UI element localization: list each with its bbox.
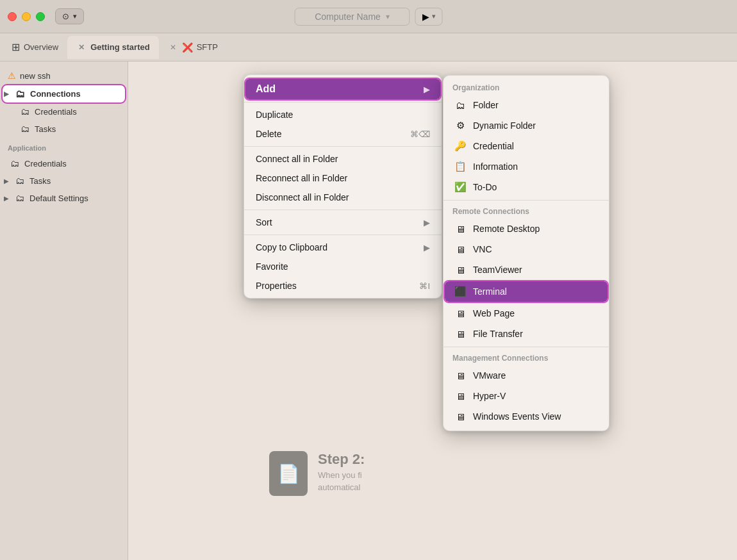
- step2-desc1: When you fi: [318, 470, 365, 480]
- sidebar-item-credentials[interactable]: 🗂 Credentials: [3, 103, 125, 120]
- ctx-favorite[interactable]: Favorite: [245, 257, 440, 276]
- ctx-sort-label: Sort: [256, 217, 272, 227]
- submenu-file-transfer-label: File Transfer: [473, 329, 523, 339]
- submenu-information-label: Information: [473, 161, 518, 172]
- todo-icon: ✅: [454, 181, 467, 194]
- tab-getting-started-label: Getting started: [90, 42, 149, 52]
- submenu-hyperv[interactable]: 🖥 Hyper-V: [445, 386, 608, 406]
- information-icon: 📋: [454, 160, 467, 173]
- new-ssh-label: new ssh: [20, 71, 51, 81]
- submenu-vnc-label: VNC: [473, 244, 492, 254]
- submenu-vmware[interactable]: 🖥 VMware: [445, 365, 608, 386]
- connections-label: Connections: [30, 89, 81, 99]
- sidebar-item-default-settings[interactable]: ▶ 🗂 Default Settings: [3, 190, 125, 206]
- submenu-credential[interactable]: 🔑 Credential: [445, 136, 608, 156]
- submenu-web-page[interactable]: 🖥 Web Page: [445, 303, 608, 324]
- submenu-remote-label: Remote Connections: [443, 203, 609, 218]
- tab-getting-started[interactable]: ✕ Getting started: [67, 36, 158, 59]
- ctx-copy-clipboard[interactable]: Copy to Clipboard ▶: [245, 238, 440, 257]
- ctx-reconnect-all[interactable]: Reconnect all in Folder: [245, 169, 440, 188]
- tasks-label: Tasks: [35, 124, 56, 134]
- submenu-sep-1: [443, 200, 609, 201]
- vmware-icon: 🖥: [454, 369, 467, 382]
- submenu-terminal[interactable]: ⬛ Terminal: [445, 281, 608, 302]
- ctx-delete[interactable]: Delete ⌘⌫: [245, 124, 440, 144]
- submenu: Organization 🗂 Folder ⚙ Dynamic Folder 🔑…: [443, 75, 609, 431]
- step2-label: Step 2:: [318, 451, 365, 468]
- ctx-copy-arrow: ▶: [424, 243, 430, 252]
- tab-overview-label: Overview: [24, 42, 58, 52]
- tab-sftp[interactable]: ✕ ❌ SFTP: [159, 36, 227, 59]
- dynamic-folder-icon: ⚙: [454, 119, 467, 132]
- submenu-todo-label: To-Do: [473, 182, 497, 192]
- tab-sftp-close[interactable]: ✕: [168, 42, 178, 53]
- hyperv-icon: 🖥: [454, 390, 467, 402]
- submenu-management-label: Management Connections: [443, 350, 609, 365]
- ctx-sep-3: [244, 210, 442, 210]
- submenu-information[interactable]: 📋 Information: [445, 156, 608, 177]
- sidebar-item-tasks[interactable]: 🗂 Tasks: [3, 120, 125, 137]
- submenu-web-page-label: Web Page: [473, 308, 515, 318]
- folder-icon: 🗂: [454, 99, 467, 111]
- ctx-sep-2: [244, 146, 442, 147]
- app-tasks-label: Tasks: [29, 176, 51, 186]
- ctx-sep-1: [244, 102, 442, 103]
- titlebar: ⊙ ▾ Computer Name ▾ ▶ ▾: [0, 0, 737, 33]
- content-area: 📄 Step 2: When you fi automatical Add ▶ …: [128, 62, 737, 560]
- sidebar-item-app-credentials[interactable]: 🗂 Credentials: [3, 155, 125, 172]
- toolbar-chevron: ▾: [73, 12, 77, 21]
- sidebar-item-connections[interactable]: ▶ 🗂 Connections: [3, 85, 125, 103]
- ctx-disconnect-all-label: Disconnect all in Folder: [256, 192, 349, 202]
- main-area: ⚠ new ssh ▶ 🗂 Connections 🗂 Credentials …: [0, 62, 737, 560]
- new-ssh-warning: ⚠ new ssh: [0, 67, 128, 85]
- expand-arrow-tasks: ▶: [4, 177, 9, 185]
- ctx-sort[interactable]: Sort ▶: [245, 213, 440, 232]
- play-button[interactable]: ▶ ▾: [415, 8, 443, 26]
- submenu-credential-label: Credential: [473, 141, 514, 151]
- sidebar-item-app-tasks[interactable]: ▶ 🗂 Tasks: [3, 172, 125, 189]
- tab-overview[interactable]: ⊞ Overview: [3, 36, 67, 59]
- connections-folder-icon: 🗂: [15, 88, 25, 99]
- submenu-windows-events-label: Windows Events View: [473, 411, 561, 422]
- computer-name-chevron: ▾: [386, 12, 390, 21]
- ctx-properties[interactable]: Properties ⌘I: [245, 276, 440, 295]
- computer-name-label: Computer Name: [315, 12, 381, 22]
- submenu-dynamic-folder[interactable]: ⚙ Dynamic Folder: [445, 115, 608, 136]
- ctx-duplicate[interactable]: Duplicate: [245, 105, 440, 124]
- ctx-delete-label: Delete: [256, 129, 281, 139]
- submenu-file-transfer[interactable]: 🖥 File Transfer: [445, 324, 608, 344]
- submenu-folder[interactable]: 🗂 Folder: [445, 95, 608, 115]
- maximize-button[interactable]: [36, 12, 45, 21]
- submenu-windows-events[interactable]: 🖥 Windows Events View: [445, 406, 608, 427]
- toolbar-target-button[interactable]: ⊙ ▾: [55, 8, 84, 24]
- ctx-properties-label: Properties: [256, 281, 297, 291]
- submenu-todo[interactable]: ✅ To-Do: [445, 177, 608, 197]
- computer-name-button[interactable]: Computer Name ▾: [295, 8, 410, 26]
- step2-content: 📄 Step 2: When you fi automatical: [256, 438, 377, 509]
- credential-icon: 🔑: [454, 140, 467, 152]
- submenu-remote-desktop[interactable]: 🖥 Remote Desktop: [445, 218, 608, 239]
- submenu-vnc[interactable]: 🖥 VNC: [445, 239, 608, 259]
- submenu-vmware-label: VMware: [473, 370, 506, 381]
- application-section-label: Application: [0, 138, 128, 154]
- ctx-properties-shortcut: ⌘I: [419, 281, 430, 291]
- tab-getting-started-close[interactable]: ✕: [76, 42, 87, 53]
- submenu-hyperv-label: Hyper-V: [473, 391, 506, 401]
- play-icon: ▶: [422, 12, 429, 22]
- ctx-add-arrow: ▶: [424, 85, 430, 94]
- tasks-folder-icon: 🗂: [21, 124, 29, 134]
- traffic-lights: [8, 12, 45, 21]
- ctx-favorite-label: Favorite: [256, 261, 288, 272]
- ctx-disconnect-all[interactable]: Disconnect all in Folder: [245, 188, 440, 207]
- submenu-teamviewer[interactable]: 🖥 TeamViewer: [445, 259, 608, 280]
- minimize-button[interactable]: [22, 12, 31, 21]
- ctx-add[interactable]: Add ▶: [245, 79, 440, 99]
- submenu-folder-label: Folder: [473, 100, 499, 110]
- ctx-duplicate-label: Duplicate: [256, 110, 293, 120]
- ctx-connect-all[interactable]: Connect all in Folder: [245, 149, 440, 169]
- default-settings-label: Default Settings: [29, 194, 88, 203]
- close-button[interactable]: [8, 12, 17, 21]
- submenu-dynamic-folder-label: Dynamic Folder: [473, 120, 536, 131]
- web-page-icon: 🖥: [454, 307, 467, 320]
- app-credentials-label: Credentials: [24, 159, 67, 169]
